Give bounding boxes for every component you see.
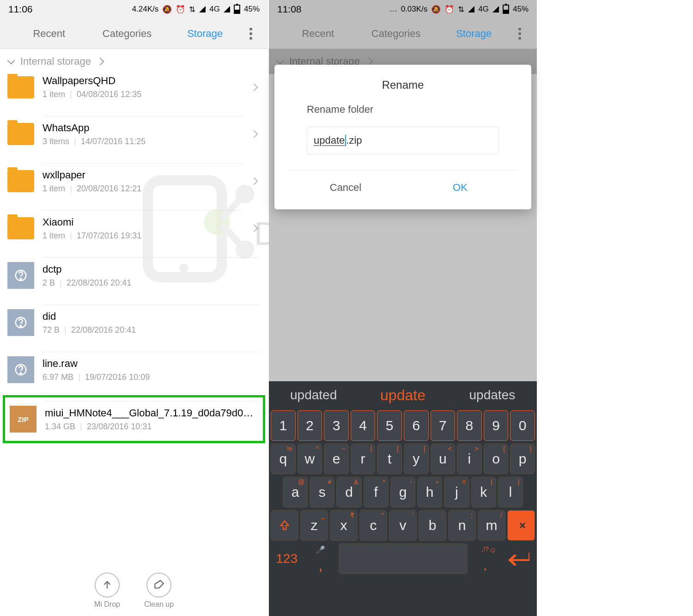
file-name: miui_HMNote4___Global_7.1.19_d0da79d09e_… bbox=[45, 407, 258, 419]
data-rate: 0.03K/s bbox=[401, 5, 428, 14]
key-k[interactable]: k( bbox=[471, 477, 496, 507]
key-n[interactable]: n; bbox=[448, 510, 476, 541]
file-name: WhatsApp bbox=[43, 122, 243, 134]
tab-recent[interactable]: Recent bbox=[279, 28, 357, 40]
file-row[interactable]: ZIPmiui_HMNote4___Global_7.1.19_d0da79d0… bbox=[3, 395, 265, 443]
rename-input-rest: .zip bbox=[346, 134, 362, 146]
ok-button[interactable]: OK bbox=[403, 180, 517, 195]
key-u[interactable]: u< bbox=[431, 444, 456, 474]
key-7[interactable]: 7 bbox=[431, 410, 456, 441]
key-1[interactable]: 1 bbox=[271, 410, 296, 441]
key-e[interactable]: e~ bbox=[324, 444, 349, 474]
key-m[interactable]: m/ bbox=[478, 510, 505, 541]
key-h[interactable]: h+ bbox=[417, 477, 442, 507]
tab-storage[interactable]: Storage bbox=[166, 28, 244, 40]
key-shift[interactable] bbox=[271, 510, 298, 541]
keyboard[interactable]: updated update updates 1234567890 q%w^e~… bbox=[269, 381, 537, 616]
file-row[interactable]: WhatsApp3 items14/07/2016 11:25 bbox=[0, 110, 268, 158]
key-w[interactable]: w^ bbox=[298, 444, 322, 474]
file-name: wxllpaper bbox=[43, 169, 243, 181]
clean-up-label: Clean up bbox=[144, 600, 174, 609]
key-3[interactable]: 3 bbox=[324, 410, 349, 441]
key-0[interactable]: 0 bbox=[510, 410, 535, 441]
key-i[interactable]: i> bbox=[457, 444, 482, 474]
overflow-menu-icon[interactable] bbox=[513, 28, 527, 40]
key-o[interactable]: o{ bbox=[484, 444, 509, 474]
status-icons: 4.24K/s 🔕 ⏰ ⇅ 4G 45% bbox=[132, 5, 260, 14]
key-6[interactable]: 6 bbox=[404, 410, 429, 441]
key-s[interactable]: s# bbox=[310, 477, 334, 507]
key-r[interactable]: r| bbox=[351, 444, 376, 474]
file-row[interactable]: did72 B22/08/2016 20:41 bbox=[0, 299, 268, 346]
file-meta: 1 item04/08/2016 12:35 bbox=[43, 90, 243, 99]
cancel-button[interactable]: Cancel bbox=[288, 180, 403, 195]
chevron-down-icon bbox=[7, 57, 15, 65]
key-f[interactable]: f* bbox=[364, 477, 389, 507]
key-space[interactable] bbox=[339, 543, 468, 574]
file-name: did bbox=[43, 311, 261, 323]
key-symbols[interactable]: 123 bbox=[271, 543, 303, 574]
key-z[interactable]: z_ bbox=[300, 510, 328, 541]
key-l[interactable]: l) bbox=[498, 477, 523, 507]
key-t[interactable]: t[ bbox=[377, 444, 402, 474]
tab-categories[interactable]: Categories bbox=[88, 28, 166, 40]
key-5[interactable]: 5 bbox=[377, 410, 402, 441]
file-meta: 2 B22/08/2016 20:41 bbox=[43, 278, 261, 288]
key-x[interactable]: x₹ bbox=[330, 510, 358, 541]
key-d[interactable]: d& bbox=[336, 477, 361, 507]
file-row[interactable]: WallpapersQHD1 item04/08/2016 12:35 bbox=[0, 74, 268, 110]
network-label: 4G bbox=[478, 5, 489, 14]
file-name: dctp bbox=[43, 263, 261, 275]
tab-categories[interactable]: Categories bbox=[357, 28, 435, 40]
key-enter[interactable] bbox=[503, 543, 535, 574]
file-meta: 6.97 MB19/07/2016 10:09 bbox=[43, 372, 261, 382]
suggestion-2[interactable]: update bbox=[358, 381, 447, 409]
alarm-icon: ⏰ bbox=[176, 5, 185, 14]
rename-input[interactable]: update.zip bbox=[307, 127, 499, 154]
file-row[interactable]: dctp2 B22/08/2016 20:41 bbox=[0, 252, 268, 299]
key-period[interactable]: ,!?☺. bbox=[469, 543, 501, 574]
punct-hint: ,!? bbox=[481, 545, 489, 553]
key-c[interactable]: c" bbox=[359, 510, 387, 541]
key-q[interactable]: q% bbox=[271, 444, 296, 474]
mi-drop-label: Mi Drop bbox=[94, 600, 120, 609]
signal2-icon bbox=[224, 6, 230, 12]
key-row-1: q%w^e~r|t[y]u<i>o{p} bbox=[269, 442, 537, 476]
key-comma[interactable]: 🎤, bbox=[304, 543, 336, 574]
svg-point-5 bbox=[20, 372, 22, 374]
file-row[interactable]: Xiaomi1 item17/07/2016 19:31 bbox=[0, 205, 268, 252]
mi-drop-button[interactable]: Mi Drop bbox=[94, 573, 120, 609]
mute-icon: 🔕 bbox=[431, 5, 441, 14]
suggestion-1[interactable]: updated bbox=[269, 381, 358, 409]
clock: 11:08 bbox=[277, 4, 302, 15]
key-g[interactable]: g- bbox=[390, 477, 415, 507]
key-9[interactable]: 9 bbox=[484, 410, 509, 441]
battery-icon bbox=[503, 5, 509, 14]
suggestion-3[interactable]: updates bbox=[448, 381, 537, 409]
chevron-right-icon bbox=[96, 58, 104, 66]
clean-up-button[interactable]: Clean up bbox=[144, 573, 174, 609]
chevron-right-icon bbox=[250, 177, 258, 185]
folder-icon bbox=[7, 170, 34, 192]
key-2[interactable]: 2 bbox=[298, 410, 322, 441]
tab-storage[interactable]: Storage bbox=[435, 28, 513, 40]
key-backspace[interactable] bbox=[507, 510, 535, 541]
key-b[interactable]: b: bbox=[419, 510, 446, 541]
key-y[interactable]: y] bbox=[404, 444, 429, 474]
key-p[interactable]: p} bbox=[510, 444, 535, 474]
file-meta: 1.34 GB23/08/2016 10:31 bbox=[45, 422, 258, 432]
file-list[interactable]: WallpapersQHD1 item04/08/2016 12:35Whats… bbox=[0, 74, 268, 565]
breadcrumb[interactable]: Internal storage bbox=[0, 49, 268, 74]
file-row[interactable]: wxllpaper1 item20/08/2016 12:21 bbox=[0, 158, 268, 205]
file-info: dctp2 B22/08/2016 20:41 bbox=[43, 257, 261, 293]
key-4[interactable]: 4 bbox=[351, 410, 376, 441]
overflow-menu-icon[interactable] bbox=[244, 28, 258, 40]
key-a[interactable]: a@ bbox=[283, 477, 308, 507]
mic-icon: 🎤 bbox=[316, 545, 325, 554]
tab-recent[interactable]: Recent bbox=[10, 28, 88, 40]
key-j[interactable]: j= bbox=[444, 477, 469, 507]
key-v[interactable]: v' bbox=[389, 510, 417, 541]
key-8[interactable]: 8 bbox=[457, 410, 482, 441]
emoji-icon: ☺ bbox=[489, 546, 496, 555]
file-row[interactable]: line.raw6.97 MB19/07/2016 10:09 bbox=[0, 346, 268, 393]
